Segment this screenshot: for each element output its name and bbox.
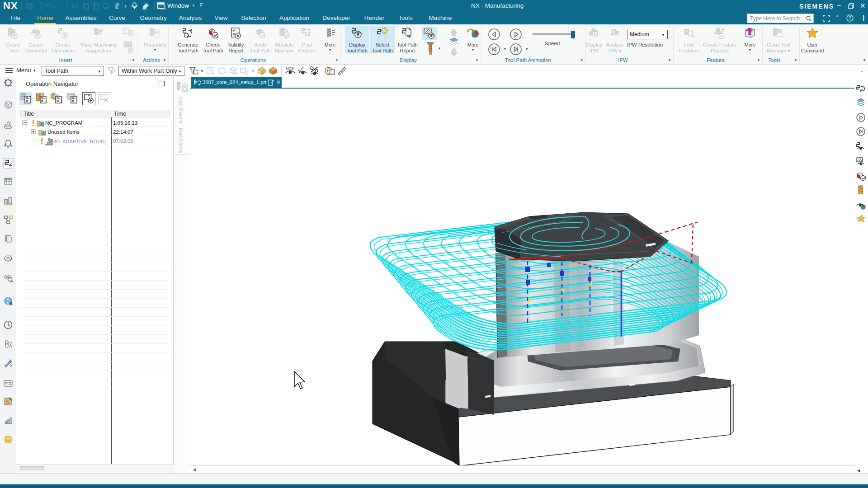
svg-text:?: ? bbox=[849, 15, 851, 21]
svg-text:MCS: MCS bbox=[286, 66, 294, 70]
